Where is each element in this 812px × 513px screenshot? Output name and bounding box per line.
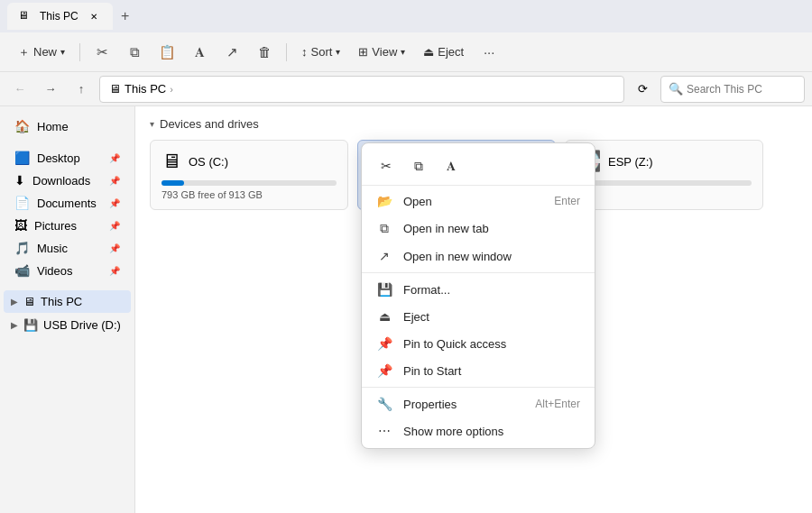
tab-this-pc[interactable]: 🖥 This PC ✕ [7, 3, 113, 30]
view-chevron-icon: ▾ [401, 47, 405, 57]
ctx-item-open-in-new-tab[interactable]: ⧉ Open in new tab [362, 215, 595, 243]
ctx-item-eject[interactable]: ⏏ Eject [362, 303, 595, 330]
sidebar-item-documents[interactable]: 📄 Documents 📌 [4, 192, 131, 214]
sidebar-item-icon: 📄 [14, 196, 30, 210]
sidebar-item-videos[interactable]: 📹 Videos 📌 [4, 260, 131, 281]
drive-bar-bg [161, 180, 337, 186]
sidebar-item-icon: 🎵 [14, 241, 30, 255]
paste-button[interactable]: 📋 [152, 38, 181, 67]
ctx-toolbar: ✂ ⧉ 𝐀 [362, 147, 595, 186]
back-button[interactable]: ← [7, 77, 32, 102]
search-box[interactable]: 🔍 [660, 76, 805, 103]
sidebar-item-icon: 🖼 [14, 218, 27, 233]
ctx-item-format...[interactable]: 💾 Format... [362, 276, 595, 303]
sidebar-item-downloads[interactable]: ⬇ Downloads 📌 [4, 169, 131, 191]
up-button[interactable]: ↑ [69, 77, 94, 102]
ctx-item-show-more-options[interactable]: ⋯ Show more options [362, 417, 595, 444]
ctx-item-label: Open in new window [403, 250, 580, 263]
tab-icon: 🖥 [18, 9, 32, 23]
drive-card-os-(c:)[interactable]: 🖥 OS (C:) 793 GB free of 913 GB [150, 140, 348, 210]
view-label: View [372, 45, 397, 59]
tab-close-button[interactable]: ✕ [86, 8, 102, 24]
pin-icon: 📌 [109, 221, 120, 231]
expand-arrow-icon: ▶ [11, 320, 18, 330]
share-button[interactable]: ↗ [217, 38, 246, 67]
sidebar-divider [0, 139, 134, 146]
search-icon: 🔍 [669, 82, 683, 96]
pin-icon: 📌 [109, 266, 120, 276]
sidebar-item-desktop[interactable]: 🟦 Desktop 📌 [4, 147, 131, 169]
ctx-item-label: Show more options [403, 425, 580, 438]
sidebar-item-home[interactable]: 🏠 Home [4, 115, 131, 138]
view-button[interactable]: ⊞ View ▾ [351, 41, 412, 62]
view-icon: ⊞ [358, 45, 368, 59]
ctx-item-open[interactable]: 📂 Open Enter [362, 188, 595, 215]
ctx-item-icon: 📌 [376, 363, 392, 378]
address-path[interactable]: 🖥 This PC › [99, 76, 624, 103]
tree-icon: 🖥 [23, 295, 35, 308]
ctx-item-icon: ⧉ [376, 221, 392, 236]
ctx-item-pin-to-start[interactable]: 📌 Pin to Start [362, 357, 595, 384]
tree-item-usb-drive-(d:)[interactable]: ▶ 💾 USB Drive (D:) [4, 314, 131, 336]
context-menu: ✂ ⧉ 𝐀 📂 Open Enter ⧉ Open in new tab ↗ O… [361, 142, 595, 449]
sidebar-item-music[interactable]: 🎵 Music 📌 [4, 237, 131, 259]
ctx-item-icon: ⋯ [376, 424, 392, 438]
rename-icon: 𝐀 [195, 44, 205, 60]
eject-label: Eject [438, 45, 464, 59]
ctx-cut-button[interactable]: ✂ [373, 152, 400, 179]
section-chevron-icon[interactable]: ▾ [150, 119, 154, 129]
ctx-item-shortcut: Enter [554, 195, 580, 207]
sidebar-item-label: Videos [37, 264, 102, 278]
ctx-item-icon: ⏏ [376, 309, 392, 324]
ctx-item-properties[interactable]: 🔧 Properties Alt+Enter [362, 390, 595, 417]
separator1 [79, 43, 80, 61]
ctx-copy-icon: ⧉ [414, 159, 423, 174]
search-input[interactable] [687, 83, 797, 96]
ctx-rename-button[interactable]: 𝐀 [438, 152, 465, 179]
ctx-copy-button[interactable]: ⧉ [405, 152, 432, 179]
pin-icon: 📌 [109, 198, 120, 208]
new-button[interactable]: ＋ New ▾ [11, 41, 72, 64]
ctx-cut-icon: ✂ [381, 159, 392, 173]
ctx-item-icon: 📂 [376, 194, 392, 208]
ctx-item-open-in-new-window[interactable]: ↗ Open in new window [362, 243, 595, 270]
sidebar-item-label: Music [37, 242, 102, 255]
delete-button[interactable]: 🗑 [250, 38, 279, 67]
new-chevron-icon: ▾ [60, 47, 65, 57]
drive-icon: 🖥 [161, 150, 181, 173]
ctx-separator-7 [362, 387, 595, 388]
sidebar-quick-access: 🟦 Desktop 📌 ⬇ Downloads 📌 📄 Documents 📌 … [0, 147, 134, 281]
sort-icon: ↕ [301, 45, 308, 59]
tree-label: USB Drive (D:) [43, 318, 121, 332]
eject-button[interactable]: ⏏ Eject [416, 41, 471, 62]
home-label: Home [37, 120, 120, 133]
ctx-item-label: Properties [403, 398, 524, 411]
tree-icon: 💾 [23, 318, 38, 332]
home-icon: 🏠 [14, 119, 30, 133]
ctx-item-pin-to-quick-access[interactable]: 📌 Pin to Quick access [362, 330, 595, 357]
more-icon: ··· [484, 44, 495, 60]
ctx-item-label: Open in new tab [403, 222, 580, 235]
sort-button[interactable]: ↕ Sort ▾ [294, 41, 347, 62]
new-tab-button[interactable]: + [113, 4, 138, 29]
ctx-item-label: Eject [403, 310, 580, 324]
ctx-item-icon: 📌 [376, 336, 392, 351]
cut-button[interactable]: ✂ [88, 38, 116, 67]
ctx-item-label: Pin to Quick access [403, 337, 580, 351]
refresh-button[interactable]: ⟳ [630, 77, 655, 102]
sidebar-item-label: Pictures [34, 219, 102, 233]
copy-button[interactable]: ⧉ [120, 38, 149, 67]
rename-button[interactable]: 𝐀 [185, 38, 214, 67]
tree-item-this-pc[interactable]: ▶ 🖥 This PC [4, 290, 131, 313]
more-button[interactable]: ··· [475, 38, 503, 67]
ctx-items-list: 📂 Open Enter ⧉ Open in new tab ↗ Open in… [362, 188, 595, 444]
drive-free: 793 GB free of 913 GB [161, 189, 337, 200]
drive-bar-fill [161, 180, 184, 186]
delete-icon: 🗑 [258, 44, 272, 60]
sidebar-item-pictures[interactable]: 🖼 Pictures 📌 [4, 215, 131, 236]
drive-card-header: 🖥 OS (C:) [161, 150, 337, 173]
sidebar-item-icon: 📹 [14, 263, 30, 278]
forward-button[interactable]: → [38, 77, 63, 102]
share-icon: ↗ [226, 44, 238, 60]
cut-icon: ✂ [97, 44, 108, 60]
